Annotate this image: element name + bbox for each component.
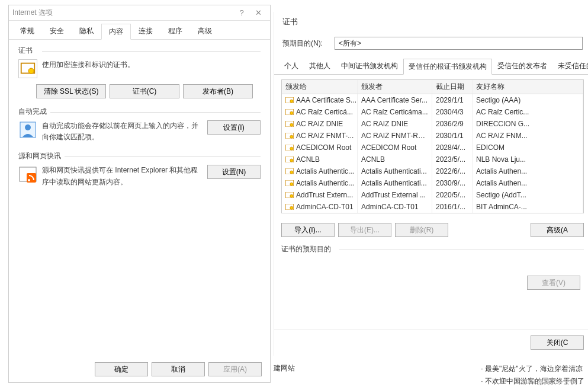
certificate-row-icon [285,133,294,139]
table-row[interactable]: AC RAIZ DNIEAC RAIZ DNIE2036/2/9DIRECCIO… [282,118,583,130]
cert-dialog-title: 证书 [274,12,588,32]
table-row[interactable]: AC RAIZ FNMT-...AC RAIZ FNMT-RC...2030/1… [282,130,583,142]
help-icon[interactable]: ? [233,8,250,17]
certificate-row-icon [285,97,294,103]
autocomplete-settings-button[interactable]: 设置(I) [207,120,261,135]
main-tabs: 常规 安全 隐私 内容 连接 程序 高级 [9,21,270,40]
tab-privacy[interactable]: 隐私 [72,23,101,39]
dialog-title: Internet 选项 [12,8,233,18]
tab-programs[interactable]: 程序 [160,23,190,39]
internet-options-dialog: Internet 选项 ? ✕ 常规 安全 隐私 内容 连接 程序 高级 证书 … [8,5,271,383]
import-button[interactable]: 导入(I)... [281,223,335,237]
delete-button: 删除(R) [395,223,448,237]
svg-point-1 [28,68,34,73]
news-item[interactable]: · 最美"尼姑"火了，海边穿着清凉 [481,363,584,375]
tab-general[interactable]: 常规 [12,23,42,39]
table-row[interactable]: ACNLBACNLB2023/5/...NLB Nova Lju... [282,154,583,165]
certificate-row-icon [285,145,294,151]
dialog-titlebar: Internet 选项 ? ✕ [9,5,270,21]
certificate-row-icon [285,121,294,127]
feeds-group: 源和网页快讯 源和网页快讯提供可在 Internet Explorer 和其他程… [18,151,261,187]
svg-rect-5 [27,173,36,183]
view-button: 查看(V) [527,276,580,290]
certificate-row-icon [285,204,294,210]
tab-trusted-root-ca[interactable]: 受信任的根证书颁发机构 [403,59,492,75]
dialog-button-row: 确定 取消 应用(A) [95,362,262,376]
cancel-button[interactable]: 取消 [152,362,205,376]
close-icon[interactable]: ✕ [250,8,266,17]
cert-desc: 使用加密连接和标识的证书。 [42,59,261,71]
certificates-dialog: 证书 预期目的(N): <所有> 个人 其他人 中间证书颁发机构 受信任的根证书… [274,12,588,356]
rss-icon [18,165,37,184]
svg-point-6 [28,179,30,181]
table-row[interactable]: Actalis Authentic...Actalis Authenticati… [282,177,583,189]
certificates-table: 颁发给 颁发者 截止日期 友好名称 AAA Certificate S...AA… [281,79,584,213]
purpose-dropdown[interactable]: <所有> [335,37,583,50]
svg-point-24 [290,194,293,197]
feeds-desc: 源和网页快讯提供可在 Internet Explorer 和其他程序中读取的网站… [42,165,203,187]
tab-content[interactable]: 内容 [101,24,131,40]
tab-other-people[interactable]: 其他人 [304,58,336,74]
purpose-row: 预期目的(N): <所有> [274,32,588,55]
tab-untrusted-publishers[interactable]: 未受信任的发布 [552,58,588,74]
group-title-feeds: 源和网页快讯 [18,151,261,161]
svg-point-16 [290,147,293,150]
tab-trusted-publishers[interactable]: 受信任的发布者 [492,58,552,74]
svg-point-8 [290,100,293,103]
table-header: 颁发给 颁发者 截止日期 友好名称 [282,80,583,94]
certificate-row-icon [285,156,294,162]
cert-action-row: 导入(I)... 导出(E)... 删除(R) 高级(A [274,218,588,242]
watermark: CSDN @美女子云亭 [517,378,576,386]
purpose-label: 预期目的(N): [282,39,329,49]
content-panel: 证书 使用加密连接和标识的证书。 清除 SSL 状态(S) 证书(C) 发布者(… [9,40,270,202]
cert-purpose-group: 证书的预期目的 [281,244,584,254]
certificate-row-icon [285,192,294,198]
purpose-value: <所有> [339,39,361,49]
svg-point-18 [290,159,293,162]
tab-personal[interactable]: 个人 [279,58,304,74]
svg-point-20 [290,171,293,174]
table-row[interactable]: AC Raíz Certicá...AC Raíz Certicáma...20… [282,106,583,118]
col-expiry[interactable]: 截止日期 [432,80,473,94]
certificate-row-icon [285,109,294,115]
close-button[interactable]: 关闭(C [531,335,584,350]
feeds-settings-button[interactable]: 设置(N) [207,165,261,179]
svg-point-26 [290,206,293,209]
group-title-cert: 证书 [18,46,261,56]
table-row[interactable]: AAA Certificate S...AAA Certificate Ser.… [282,94,583,106]
svg-point-14 [290,135,293,138]
col-issuer[interactable]: 颁发者 [358,80,432,94]
build-website-link[interactable]: 建网站 [274,363,295,373]
tab-intermediate-ca[interactable]: 中间证书颁发机构 [336,58,403,74]
autocomplete-desc: 自动完成功能会存储以前在网页上输入的内容，并向你建议匹配项。 [42,120,203,143]
group-title-autocomplete: 自动完成 [18,107,261,117]
tab-advanced[interactable]: 高级 [190,23,220,39]
table-row[interactable]: ACEDICOM RootACEDICOM Root2028/4/...EDIC… [282,142,583,154]
col-issued-to[interactable]: 颁发给 [282,80,358,94]
publishers-button[interactable]: 发布者(B) [183,84,253,98]
tab-connections[interactable]: 连接 [131,23,160,39]
svg-point-12 [290,123,293,126]
cert-purpose-label: 证书的预期目的 [281,245,335,253]
table-row[interactable]: Actalis Authentic...Actalis Authenticati… [282,165,583,177]
table-row[interactable]: AddTrust Extern...AddTrust External ...2… [282,189,583,201]
col-friendly-name[interactable]: 友好名称 [473,80,583,94]
tab-security[interactable]: 安全 [42,23,72,39]
advanced-button[interactable]: 高级(A [531,223,584,237]
certificate-row-icon [285,168,294,174]
cert-store-tabs: 个人 其他人 中间证书颁发机构 受信任的根证书颁发机构 受信任的发布者 未受信任… [274,55,588,75]
certificates-group: 证书 使用加密连接和标识的证书。 清除 SSL 状态(S) 证书(C) 发布者(… [18,46,261,98]
export-button: 导出(E)... [338,223,391,237]
autocomplete-group: 自动完成 自动完成功能会存储以前在网页上输入的内容，并向你建议匹配项。 设置(I… [18,107,261,143]
table-row[interactable]: AdminCA-CD-T01AdminCA-CD-T012016/1/...BI… [282,201,583,213]
ok-button[interactable]: 确定 [95,362,148,376]
svg-point-3 [25,124,31,130]
certificate-icon [18,59,37,78]
clear-ssl-button[interactable]: 清除 SSL 状态(S) [36,84,106,98]
certificate-row-icon [285,180,294,186]
svg-point-22 [290,183,293,186]
autocomplete-icon [18,120,37,139]
apply-button[interactable]: 应用(A) [208,362,262,376]
certificates-button[interactable]: 证书(C) [110,84,179,98]
svg-point-10 [290,111,293,114]
